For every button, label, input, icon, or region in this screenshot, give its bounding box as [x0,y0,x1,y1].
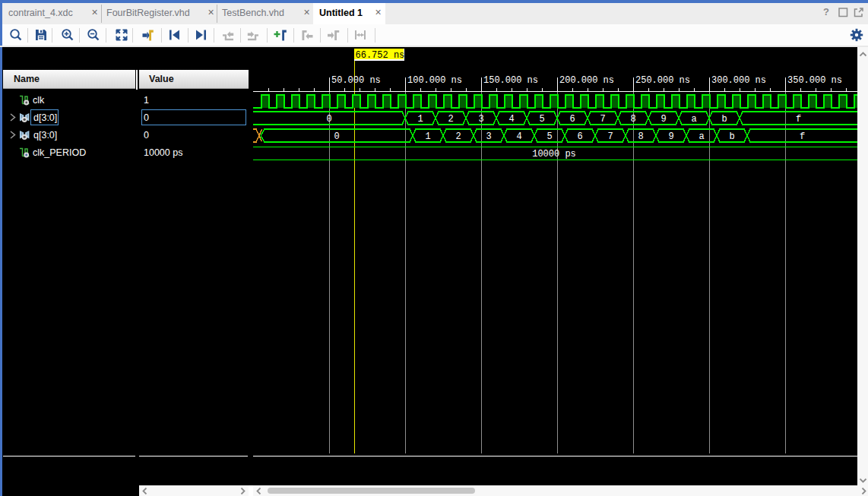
svg-text:3: 3 [486,131,491,142]
svg-text:5: 5 [546,131,552,142]
svg-text:4: 4 [516,131,521,142]
svg-text:5: 5 [539,114,544,125]
svg-text:0: 0 [334,131,339,142]
svg-text:300.000 ns: 300.000 ns [711,75,766,86]
svg-text:4: 4 [508,114,514,125]
svg-text:9: 9 [668,131,673,142]
svg-text:10000 ps: 10000 ps [532,149,576,160]
svg-text:250.000 ns: 250.000 ns [635,75,690,86]
svg-text:b: b [729,131,734,142]
svg-text:9: 9 [661,114,666,125]
svg-text:a: a [699,131,704,142]
svg-text:7: 7 [607,131,613,142]
svg-text:350.000 ns: 350.000 ns [787,75,842,86]
svg-text:f: f [800,131,805,142]
svg-text:7: 7 [600,114,605,125]
svg-text:2: 2 [455,131,461,142]
svg-text:1: 1 [425,131,430,142]
svg-text:0: 0 [326,114,331,125]
svg-text:2: 2 [448,114,453,125]
svg-text:f: f [796,114,801,125]
svg-text:100.000 ns: 100.000 ns [407,75,462,86]
svg-text:6: 6 [577,131,582,142]
svg-text:200.000 ns: 200.000 ns [559,75,614,86]
svg-text:150.000 ns: 150.000 ns [483,75,538,86]
svg-text:50.000 ns: 50.000 ns [331,75,381,86]
svg-text:3: 3 [478,114,483,125]
svg-text:66.752 ns: 66.752 ns [356,50,405,61]
svg-text:a: a [691,114,696,125]
svg-text:8: 8 [630,114,635,125]
svg-text:1: 1 [417,114,423,125]
svg-text:6: 6 [569,114,575,125]
svg-text:b: b [721,114,727,125]
svg-text:8: 8 [638,131,643,142]
